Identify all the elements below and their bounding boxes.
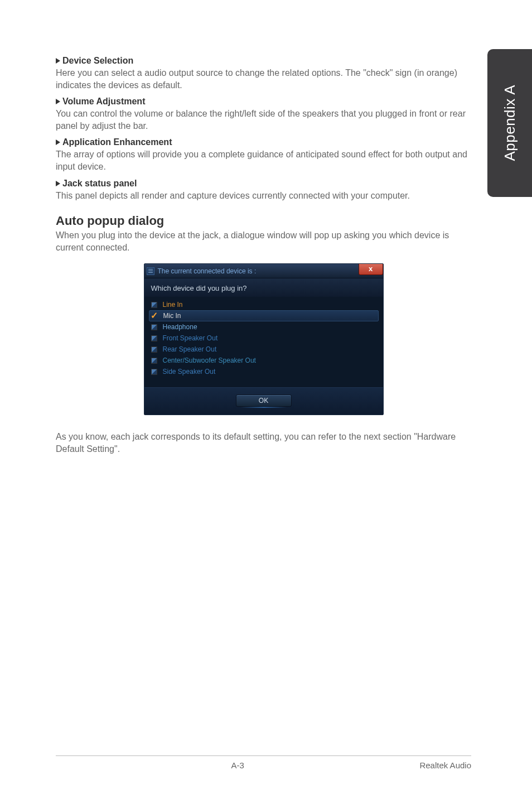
triangle-icon	[56, 99, 60, 104]
dialog-title-text: The current connected device is :	[158, 267, 257, 275]
dialog-window: The current connected device is : x Whic…	[144, 263, 384, 415]
device-option[interactable]: Line In	[149, 299, 379, 310]
dialog-titlebar: The current connected device is : x	[144, 264, 383, 278]
side-tab: Appendix A	[487, 49, 532, 197]
device-option[interactable]: Mic In	[149, 310, 379, 321]
auto-popup-intro: When you plug into the device at the jac…	[56, 229, 471, 253]
device-option[interactable]: Side Speaker Out	[149, 366, 379, 377]
device-label: Center/Subwoofer Speaker Out	[163, 357, 256, 364]
page-content: Device Selection Here you can select a a…	[56, 50, 471, 455]
device-label: Side Speaker Out	[163, 368, 216, 376]
device-label: Front Speaker Out	[163, 334, 218, 342]
device-option[interactable]: Front Speaker Out	[149, 333, 379, 344]
device-label: Headphone	[163, 323, 197, 331]
close-button[interactable]: x	[359, 264, 383, 275]
page-number: A-3	[56, 761, 419, 770]
dialog-screenshot: The current connected device is : x Whic…	[56, 263, 471, 415]
device-label: Rear Speaker Out	[163, 345, 217, 353]
triangle-icon	[56, 139, 60, 145]
jack-icon	[151, 358, 157, 364]
section-title-application-enhancement: Application Enhancement	[56, 137, 471, 147]
check-icon	[152, 313, 158, 319]
jack-icon	[151, 302, 157, 308]
speaker-icon	[147, 267, 154, 275]
device-label: Mic In	[163, 312, 181, 320]
dialog-footer: OK	[144, 387, 383, 415]
heading-auto-popup: Auto popup dialog	[56, 214, 471, 228]
section-body: This panel depicts all render and captur…	[56, 190, 471, 202]
jack-icon	[151, 369, 157, 375]
jack-icon	[151, 324, 157, 330]
triangle-icon	[56, 181, 60, 186]
triangle-icon	[56, 58, 60, 64]
jack-icon	[151, 346, 157, 353]
section-body: You can control the volume or balance th…	[56, 108, 471, 132]
side-tab-label: Appendix A	[501, 85, 519, 161]
device-list: Line InMic InHeadphoneFront Speaker OutR…	[144, 297, 383, 387]
device-option[interactable]: Rear Speaker Out	[149, 344, 379, 355]
section-title-volume-adjustment: Volume Adjustment	[56, 97, 471, 107]
footer-right: Realtek Audio	[419, 761, 471, 770]
ok-button[interactable]: OK	[236, 394, 292, 407]
section-title-device-selection: Device Selection	[56, 56, 471, 66]
jack-icon	[151, 335, 157, 341]
device-option[interactable]: Center/Subwoofer Speaker Out	[149, 355, 379, 366]
page-footer: A-3 Realtek Audio	[56, 755, 471, 770]
section-body: The array of options will provide you a …	[56, 148, 471, 172]
device-option[interactable]: Headphone	[149, 321, 379, 333]
section-title-jack-status-panel: Jack status panel	[56, 179, 471, 189]
section-body: Here you can select a audio output sourc…	[56, 67, 471, 91]
device-label: Line In	[163, 301, 183, 309]
dialog-question: Which device did you plug in?	[144, 278, 383, 297]
after-dialog-text: As you know, each jack corresponds to it…	[56, 431, 471, 455]
